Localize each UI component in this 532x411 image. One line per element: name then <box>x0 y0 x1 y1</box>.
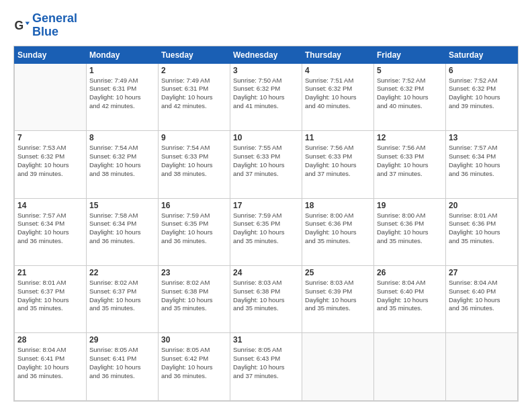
col-header-thursday: Thursday <box>302 46 374 63</box>
calendar-week-row: 7Sunrise: 7:53 AM Sunset: 6:32 PM Daylig… <box>15 131 518 198</box>
day-number: 10 <box>233 133 299 142</box>
day-number: 16 <box>161 201 227 210</box>
day-info: Sunrise: 7:55 AM Sunset: 6:33 PM Dayligh… <box>233 144 299 178</box>
day-info: Sunrise: 8:00 AM Sunset: 6:36 PM Dayligh… <box>377 212 443 246</box>
logo-icon: G <box>13 17 30 34</box>
day-info: Sunrise: 8:02 AM Sunset: 6:37 PM Dayligh… <box>89 279 155 313</box>
day-number: 29 <box>89 335 155 345</box>
day-number: 3 <box>233 66 299 75</box>
day-number: 15 <box>89 201 155 210</box>
header: G General Blue <box>13 12 519 39</box>
day-info: Sunrise: 7:57 AM Sunset: 6:34 PM Dayligh… <box>449 144 515 178</box>
day-info: Sunrise: 7:54 AM Sunset: 6:32 PM Dayligh… <box>89 144 155 178</box>
day-number: 6 <box>449 66 515 75</box>
day-info: Sunrise: 8:04 AM Sunset: 6:41 PM Dayligh… <box>17 346 83 380</box>
col-header-sunday: Sunday <box>15 46 87 63</box>
calendar-day-7: 7Sunrise: 7:53 AM Sunset: 6:32 PM Daylig… <box>15 131 87 198</box>
day-number: 22 <box>89 268 155 277</box>
calendar-day-21: 21Sunrise: 8:01 AM Sunset: 6:37 PM Dayli… <box>15 266 87 333</box>
day-info: Sunrise: 8:05 AM Sunset: 6:43 PM Dayligh… <box>233 346 299 380</box>
calendar-day-17: 17Sunrise: 7:59 AM Sunset: 6:35 PM Dayli… <box>230 198 302 265</box>
col-header-friday: Friday <box>374 46 446 63</box>
logo: G General Blue <box>13 12 77 39</box>
empty-cell <box>374 333 446 401</box>
day-number: 7 <box>17 133 83 142</box>
calendar-day-25: 25Sunrise: 8:03 AM Sunset: 6:39 PM Dayli… <box>302 266 374 333</box>
day-number: 30 <box>161 335 227 345</box>
day-info: Sunrise: 7:56 AM Sunset: 6:33 PM Dayligh… <box>305 144 371 178</box>
logo-text: General Blue <box>32 12 77 39</box>
calendar-week-row: 14Sunrise: 7:57 AM Sunset: 6:34 PM Dayli… <box>15 198 518 265</box>
calendar-day-8: 8Sunrise: 7:54 AM Sunset: 6:32 PM Daylig… <box>87 131 159 198</box>
day-info: Sunrise: 8:03 AM Sunset: 6:38 PM Dayligh… <box>233 279 299 313</box>
calendar-day-1: 1Sunrise: 7:49 AM Sunset: 6:31 PM Daylig… <box>87 63 159 130</box>
calendar-day-30: 30Sunrise: 8:05 AM Sunset: 6:42 PM Dayli… <box>159 333 230 401</box>
col-header-monday: Monday <box>87 46 159 63</box>
calendar-day-23: 23Sunrise: 8:02 AM Sunset: 6:38 PM Dayli… <box>159 266 230 333</box>
calendar: SundayMondayTuesdayWednesdayThursdayFrid… <box>13 46 519 402</box>
day-info: Sunrise: 7:54 AM Sunset: 6:33 PM Dayligh… <box>161 144 227 178</box>
empty-cell <box>15 63 87 130</box>
calendar-day-16: 16Sunrise: 7:59 AM Sunset: 6:35 PM Dayli… <box>159 198 230 265</box>
col-header-saturday: Saturday <box>446 46 518 63</box>
day-info: Sunrise: 7:56 AM Sunset: 6:33 PM Dayligh… <box>377 144 443 178</box>
day-number: 27 <box>449 268 515 277</box>
calendar-week-row: 1Sunrise: 7:49 AM Sunset: 6:31 PM Daylig… <box>15 63 518 130</box>
calendar-day-13: 13Sunrise: 7:57 AM Sunset: 6:34 PM Dayli… <box>446 131 518 198</box>
calendar-day-3: 3Sunrise: 7:50 AM Sunset: 6:32 PM Daylig… <box>230 63 302 130</box>
svg-marker-1 <box>26 21 30 25</box>
day-info: Sunrise: 8:00 AM Sunset: 6:36 PM Dayligh… <box>305 212 371 246</box>
day-number: 13 <box>449 133 515 142</box>
day-info: Sunrise: 8:04 AM Sunset: 6:40 PM Dayligh… <box>377 279 443 313</box>
day-info: Sunrise: 8:05 AM Sunset: 6:41 PM Dayligh… <box>89 346 155 380</box>
day-info: Sunrise: 7:59 AM Sunset: 6:35 PM Dayligh… <box>161 212 227 246</box>
col-header-tuesday: Tuesday <box>159 46 230 63</box>
calendar-week-row: 28Sunrise: 8:04 AM Sunset: 6:41 PM Dayli… <box>15 333 518 401</box>
day-number: 21 <box>17 268 83 277</box>
empty-cell <box>302 333 374 401</box>
day-number: 5 <box>377 66 443 75</box>
calendar-day-11: 11Sunrise: 7:56 AM Sunset: 6:33 PM Dayli… <box>302 131 374 198</box>
calendar-day-31: 31Sunrise: 8:05 AM Sunset: 6:43 PM Dayli… <box>230 333 302 401</box>
day-number: 24 <box>233 268 299 277</box>
day-number: 14 <box>17 201 83 210</box>
day-number: 17 <box>233 201 299 210</box>
day-info: Sunrise: 7:52 AM Sunset: 6:32 PM Dayligh… <box>377 77 443 111</box>
calendar-day-9: 9Sunrise: 7:54 AM Sunset: 6:33 PM Daylig… <box>159 131 230 198</box>
calendar-day-19: 19Sunrise: 8:00 AM Sunset: 6:36 PM Dayli… <box>374 198 446 265</box>
calendar-day-6: 6Sunrise: 7:52 AM Sunset: 6:32 PM Daylig… <box>446 63 518 130</box>
day-number: 25 <box>305 268 371 277</box>
day-number: 23 <box>161 268 227 277</box>
day-number: 2 <box>161 66 227 75</box>
day-info: Sunrise: 8:04 AM Sunset: 6:40 PM Dayligh… <box>449 279 515 313</box>
day-number: 8 <box>89 133 155 142</box>
page: G General Blue SundayMondayTuesdayWednes… <box>0 0 532 411</box>
calendar-day-29: 29Sunrise: 8:05 AM Sunset: 6:41 PM Dayli… <box>87 333 159 401</box>
day-number: 26 <box>377 268 443 277</box>
day-info: Sunrise: 7:58 AM Sunset: 6:34 PM Dayligh… <box>89 212 155 246</box>
svg-text:G: G <box>15 18 24 32</box>
day-info: Sunrise: 7:51 AM Sunset: 6:32 PM Dayligh… <box>305 77 371 111</box>
day-number: 12 <box>377 133 443 142</box>
calendar-day-27: 27Sunrise: 8:04 AM Sunset: 6:40 PM Dayli… <box>446 266 518 333</box>
calendar-day-24: 24Sunrise: 8:03 AM Sunset: 6:38 PM Dayli… <box>230 266 302 333</box>
calendar-day-18: 18Sunrise: 8:00 AM Sunset: 6:36 PM Dayli… <box>302 198 374 265</box>
day-number: 4 <box>305 66 371 75</box>
day-number: 9 <box>161 133 227 142</box>
calendar-day-15: 15Sunrise: 7:58 AM Sunset: 6:34 PM Dayli… <box>87 198 159 265</box>
calendar-day-5: 5Sunrise: 7:52 AM Sunset: 6:32 PM Daylig… <box>374 63 446 130</box>
day-info: Sunrise: 7:50 AM Sunset: 6:32 PM Dayligh… <box>233 77 299 111</box>
col-header-wednesday: Wednesday <box>230 46 302 63</box>
calendar-day-14: 14Sunrise: 7:57 AM Sunset: 6:34 PM Dayli… <box>15 198 87 265</box>
day-number: 31 <box>233 335 299 345</box>
calendar-day-10: 10Sunrise: 7:55 AM Sunset: 6:33 PM Dayli… <box>230 131 302 198</box>
day-info: Sunrise: 7:57 AM Sunset: 6:34 PM Dayligh… <box>17 212 83 246</box>
day-number: 19 <box>377 201 443 210</box>
day-number: 1 <box>89 66 155 75</box>
day-info: Sunrise: 7:53 AM Sunset: 6:32 PM Dayligh… <box>17 144 83 178</box>
calendar-week-row: 21Sunrise: 8:01 AM Sunset: 6:37 PM Dayli… <box>15 266 518 333</box>
day-info: Sunrise: 8:05 AM Sunset: 6:42 PM Dayligh… <box>161 346 227 380</box>
calendar-day-22: 22Sunrise: 8:02 AM Sunset: 6:37 PM Dayli… <box>87 266 159 333</box>
day-info: Sunrise: 8:02 AM Sunset: 6:38 PM Dayligh… <box>161 279 227 313</box>
day-info: Sunrise: 7:59 AM Sunset: 6:35 PM Dayligh… <box>233 212 299 246</box>
